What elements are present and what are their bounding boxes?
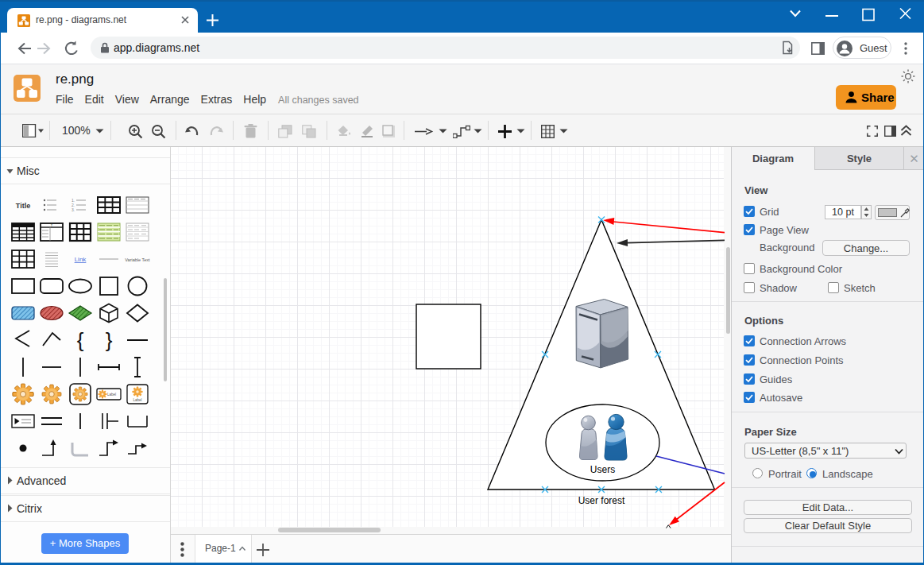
svg-text:Label: Label bbox=[107, 393, 116, 397]
svg-text:Title: Title bbox=[16, 202, 30, 210]
svg-text:Label: Label bbox=[133, 398, 141, 402]
svg-text:Variable Text: Variable Text bbox=[125, 257, 150, 262]
svg-text:3.: 3. bbox=[72, 207, 75, 212]
svg-text:User forest: User forest bbox=[578, 495, 625, 506]
svg-text:Link: Link bbox=[75, 256, 87, 263]
svg-text:}: } bbox=[106, 328, 113, 352]
svg-text:{: { bbox=[77, 328, 84, 352]
svg-text:Users: Users bbox=[590, 464, 615, 475]
